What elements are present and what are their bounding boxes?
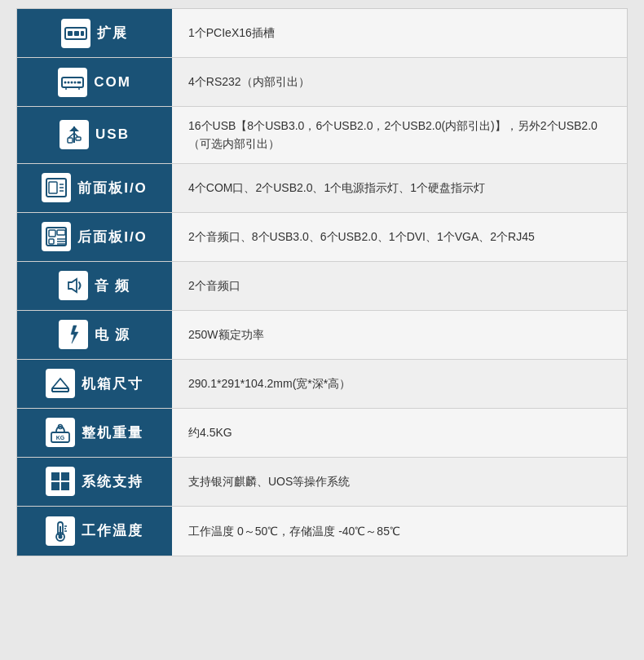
label-text-com: COM bbox=[94, 74, 131, 91]
value-cell-weight: 约4.5KG bbox=[172, 409, 627, 457]
power-icon bbox=[59, 320, 88, 349]
value-cell-rear-io: 2个音频口、8个USB3.0、6个USB2.0、1个DVI、1个VGA、2个RJ… bbox=[172, 213, 627, 261]
label-cell-com: COM bbox=[17, 58, 172, 106]
svg-point-9 bbox=[71, 81, 73, 83]
spec-table: 扩展1个PCIeX16插槽 COM4个RS232（内部引出） USB16个USB… bbox=[16, 8, 628, 556]
label-cell-rear-io: 后面板I/O bbox=[17, 213, 172, 261]
label-text-dimension: 机箱尺寸 bbox=[82, 374, 143, 393]
row-weight: KG 整机重量约4.5KG bbox=[17, 409, 627, 458]
label-cell-power: 电 源 bbox=[17, 311, 172, 359]
com-icon bbox=[58, 68, 87, 97]
label-text-temperature: 工作温度 bbox=[82, 521, 143, 540]
label-cell-weight: KG 整机重量 bbox=[17, 409, 172, 457]
label-text-usb: USB bbox=[95, 126, 130, 143]
svg-rect-38 bbox=[61, 482, 69, 490]
label-text-rear-io: 后面板I/O bbox=[77, 228, 148, 246]
svg-rect-2 bbox=[74, 31, 79, 36]
svg-point-12 bbox=[79, 81, 82, 83]
svg-rect-16 bbox=[76, 137, 81, 140]
svg-point-42 bbox=[59, 534, 63, 538]
label-text-power: 电 源 bbox=[95, 326, 131, 344]
svg-rect-1 bbox=[68, 31, 73, 36]
value-cell-audio: 2个音频口 bbox=[172, 262, 627, 310]
svg-rect-41 bbox=[60, 526, 61, 535]
svg-point-8 bbox=[68, 81, 70, 83]
row-audio: 音 频2个音频口 bbox=[17, 262, 627, 311]
pcie-icon bbox=[61, 19, 90, 48]
label-text-front-io: 前面板I/O bbox=[77, 179, 148, 197]
value-cell-expansion: 1个PCIeX16插槽 bbox=[172, 9, 627, 57]
svg-rect-24 bbox=[49, 239, 54, 244]
label-text-expansion: 扩展 bbox=[97, 24, 128, 42]
label-cell-os: 系统支持 bbox=[17, 458, 172, 506]
value-cell-os: 支持银河麒麟、UOS等操作系统 bbox=[172, 458, 627, 506]
row-os: 系统支持支持银河麒麟、UOS等操作系统 bbox=[17, 458, 627, 507]
label-cell-expansion: 扩展 bbox=[17, 9, 172, 57]
svg-point-7 bbox=[64, 81, 67, 83]
label-cell-audio: 音 频 bbox=[17, 262, 172, 310]
weight-icon: KG bbox=[46, 418, 75, 447]
svg-rect-23 bbox=[49, 230, 55, 237]
row-front-io: 前面板I/O4个COM口、2个USB2.0、1个电源指示灯、1个硬盘指示灯 bbox=[17, 164, 627, 213]
row-com: COM4个RS232（内部引出） bbox=[17, 58, 627, 107]
value-cell-front-io: 4个COM口、2个USB2.0、1个电源指示灯、1个硬盘指示灯 bbox=[172, 164, 627, 212]
temperature-icon bbox=[46, 516, 75, 546]
row-expansion: 扩展1个PCIeX16插槽 bbox=[17, 9, 627, 58]
label-text-weight: 整机重量 bbox=[82, 423, 143, 442]
value-cell-dimension: 290.1*291*104.2mm(宽*深*高） bbox=[172, 360, 627, 408]
label-text-audio: 音 频 bbox=[95, 277, 131, 295]
usb-icon bbox=[60, 120, 89, 149]
rear-panel-icon bbox=[42, 222, 71, 251]
row-dimension: 机箱尺寸290.1*291*104.2mm(宽*深*高） bbox=[17, 360, 627, 409]
svg-rect-18 bbox=[49, 182, 57, 193]
front-panel-icon bbox=[42, 173, 71, 202]
value-cell-power: 250W额定功率 bbox=[172, 311, 627, 359]
value-cell-com: 4个RS232（内部引出） bbox=[172, 58, 627, 106]
os-icon bbox=[46, 467, 75, 496]
label-cell-front-io: 前面板I/O bbox=[17, 164, 172, 212]
svg-rect-35 bbox=[51, 472, 60, 481]
label-cell-temperature: 工作温度 bbox=[17, 507, 172, 556]
audio-icon bbox=[59, 271, 88, 300]
row-usb: USB16个USB【8个USB3.0，6个USB2.0，2个USB2.0(内部引… bbox=[17, 107, 627, 164]
label-cell-dimension: 机箱尺寸 bbox=[17, 360, 172, 408]
svg-text:KG: KG bbox=[56, 435, 65, 441]
label-text-os: 系统支持 bbox=[82, 472, 143, 491]
svg-rect-3 bbox=[81, 31, 84, 36]
row-temperature: 工作温度工作温度 0～50℃，存储温度 -40℃～85℃ bbox=[17, 507, 627, 556]
value-cell-temperature: 工作温度 0～50℃，存储温度 -40℃～85℃ bbox=[172, 507, 627, 556]
svg-rect-37 bbox=[51, 482, 60, 490]
row-rear-io: 后面板I/O2个音频口、8个USB3.0、6个USB2.0、1个DVI、1个VG… bbox=[17, 213, 627, 262]
value-cell-usb: 16个USB【8个USB3.0，6个USB2.0，2个USB2.0(内部引出)】… bbox=[172, 107, 627, 163]
label-cell-usb: USB bbox=[17, 107, 172, 163]
svg-rect-25 bbox=[57, 230, 65, 235]
dimension-icon bbox=[46, 369, 75, 398]
svg-rect-36 bbox=[61, 472, 69, 481]
svg-rect-15 bbox=[68, 138, 73, 143]
row-power: 电 源250W额定功率 bbox=[17, 311, 627, 360]
svg-point-10 bbox=[74, 81, 77, 83]
